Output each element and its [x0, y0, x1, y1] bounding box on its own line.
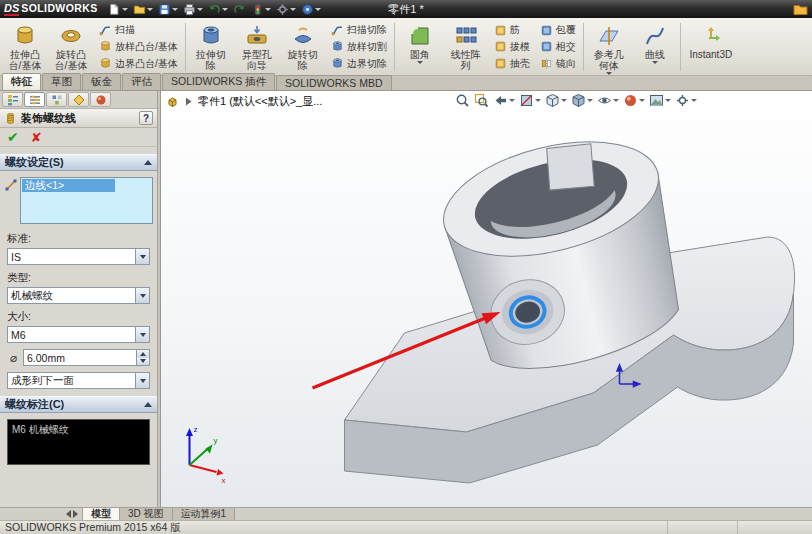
thread-callout-group-header[interactable]: 螺纹标注(C) [0, 396, 157, 413]
help-dropdown-caret[interactable] [315, 8, 321, 11]
end-condition-combo-button[interactable] [135, 373, 149, 388]
thread-settings-group-header[interactable]: 螺纹设定(S) [0, 154, 157, 171]
options-button[interactable] [274, 1, 298, 17]
options-dropdown-caret[interactable] [290, 8, 296, 11]
redo-button[interactable] [231, 1, 248, 17]
model-part[interactable] [345, 122, 795, 483]
ribbon-button-loft-boss[interactable]: 放样凸台/基体 [95, 39, 182, 55]
apply-scene-icon[interactable] [648, 92, 672, 109]
ribbon-button-extrude-boss[interactable]: 拉伸凸台/基体 [2, 20, 48, 74]
ribbon-button-linear-pattern[interactable]: 线性阵列 [443, 20, 489, 74]
tree-expand-icon[interactable] [182, 95, 195, 108]
section-view-icon[interactable] [518, 92, 542, 109]
pm-ok-button[interactable]: ✔ [7, 130, 19, 144]
ribbon-button-draft[interactable]: 拔模 [490, 39, 534, 55]
ribbon-button-hole-wizard[interactable]: 异型孔向导 [234, 20, 280, 74]
ribbon-button-swept-cut[interactable]: 扫描切除 [327, 22, 391, 38]
tab-sheet-metal[interactable]: 钣金 [82, 73, 121, 90]
ribbon-button-wrap[interactable]: 包覆 [536, 22, 580, 38]
rebuild-dropdown-caret[interactable] [265, 8, 271, 11]
dimxpertmanager-tab[interactable] [68, 92, 89, 107]
tab-evaluate[interactable]: 评估 [122, 73, 161, 90]
view-orientation-icon[interactable] [544, 92, 568, 109]
open-dropdown-caret[interactable] [147, 8, 153, 11]
ribbon-button-rib[interactable]: 筋 [490, 22, 534, 38]
ribbon-button-sweep[interactable]: 扫描 [95, 22, 182, 38]
tab-sketch[interactable]: 草图 [42, 73, 81, 90]
ribbon-button-fillet[interactable]: 圆角 [397, 20, 443, 74]
type-combo-button[interactable] [135, 288, 149, 303]
end-condition-combo[interactable]: 成形到下一面 [7, 372, 150, 389]
fillet-dropdown-caret[interactable] [417, 61, 423, 64]
previous-view-caret[interactable] [509, 99, 515, 102]
scroll-tabs-right-button[interactable] [73, 510, 78, 518]
display-style-icon[interactable] [570, 92, 594, 109]
view-orientation-caret[interactable] [561, 99, 567, 102]
ribbon-button-revolve-boss[interactable]: 旋转凸台/基体 [48, 20, 94, 74]
feature-tree-root-label[interactable]: 零件1 (默认<<默认>_显... [198, 94, 322, 109]
display-style-caret[interactable] [587, 99, 593, 102]
ribbon-button-boundary-boss[interactable]: 边界凸台/基体 [95, 56, 182, 72]
ribbon-button-lofted-cut[interactable]: 放样切割 [327, 39, 391, 55]
undo-button[interactable] [206, 1, 230, 17]
graphics-viewport[interactable]: x y z 零件1 (默认<<默认>_显... [161, 91, 812, 507]
task-pane-folder-icon[interactable] [793, 3, 808, 16]
spin-down-button[interactable] [137, 358, 149, 366]
print-dropdown-caret[interactable] [197, 8, 203, 11]
hide-show-items-caret[interactable] [613, 99, 619, 102]
previous-view-icon[interactable] [492, 92, 516, 109]
featuremanager-tree-tab[interactable] [2, 92, 23, 107]
edit-appearance-icon[interactable] [622, 92, 646, 109]
ribbon-button-mirror[interactable]: 镜向 [536, 56, 580, 72]
new-document-button[interactable] [106, 1, 130, 17]
ribbon-button-revolve-cut[interactable]: 旋转切除 [280, 20, 326, 74]
view-settings-caret[interactable] [691, 99, 697, 102]
help-button[interactable] [299, 1, 323, 17]
undo-dropdown-caret[interactable] [222, 8, 228, 11]
view-settings-icon[interactable] [674, 92, 698, 109]
save-button[interactable] [156, 1, 180, 17]
tab-solidworks-add-ins[interactable]: SOLIDWORKS 插件 [162, 73, 275, 90]
ribbon-button-instant3d[interactable]: Instant3D [683, 20, 739, 74]
flyout-feature-tree[interactable]: 零件1 (默认<<默认>_显... [166, 94, 322, 109]
standard-combo[interactable]: IS [7, 248, 150, 265]
size-combo-button[interactable] [135, 327, 149, 342]
reference-geometry-dropdown-caret[interactable] [606, 72, 612, 75]
hide-show-items-icon[interactable] [596, 92, 620, 109]
print-button[interactable] [181, 1, 205, 17]
zoom-to-area-icon[interactable] [473, 92, 490, 109]
ribbon-button-reference-geometry[interactable]: 参考几何体 [586, 20, 632, 74]
size-combo[interactable]: M6 [7, 326, 150, 343]
scroll-tabs-left-button[interactable] [66, 510, 71, 518]
edit-appearance-caret[interactable] [639, 99, 645, 102]
section-view-caret[interactable] [535, 99, 541, 102]
ribbon-button-curves[interactable]: 曲线 [632, 20, 678, 74]
curves-dropdown-caret[interactable] [652, 61, 658, 64]
save-dropdown-caret[interactable] [172, 8, 178, 11]
displaymanager-tab[interactable] [90, 92, 111, 107]
tab-features[interactable]: 特征 [2, 73, 41, 90]
tab-model[interactable]: 模型 [83, 508, 120, 520]
configurationmanager-tab[interactable] [46, 92, 67, 107]
pm-help-button[interactable]: ? [139, 111, 153, 125]
tab-motion-study-1[interactable]: 运动算例1 [173, 508, 236, 520]
zoom-fit-icon[interactable] [454, 92, 471, 109]
edge-selection-listbox[interactable]: 边线<1> [20, 177, 153, 224]
pm-cancel-button[interactable]: ✘ [31, 131, 42, 144]
ribbon-button-shell[interactable]: 抽壳 [490, 56, 534, 72]
propertymanager-tab[interactable] [24, 92, 45, 107]
diameter-spinner[interactable]: 6.00mm [23, 349, 150, 366]
tab-3d-views[interactable]: 3D 视图 [120, 508, 173, 520]
selected-edge-item[interactable]: 边线<1> [22, 179, 115, 192]
new-dropdown-caret[interactable] [122, 8, 128, 11]
standard-combo-button[interactable] [135, 249, 149, 264]
type-combo[interactable]: 机械螺纹 [7, 287, 150, 304]
spin-up-button[interactable] [137, 350, 149, 358]
tab-solidworks-mbd[interactable]: SOLIDWORKS MBD [276, 75, 391, 90]
rebuild-button[interactable] [249, 1, 273, 17]
ribbon-button-extrude-cut[interactable]: 拉伸切除 [188, 20, 234, 74]
open-button[interactable] [131, 1, 155, 17]
ribbon-button-boundary-cut[interactable]: 边界切除 [327, 56, 391, 72]
ribbon-button-intersect[interactable]: 相交 [536, 39, 580, 55]
apply-scene-caret[interactable] [665, 99, 671, 102]
